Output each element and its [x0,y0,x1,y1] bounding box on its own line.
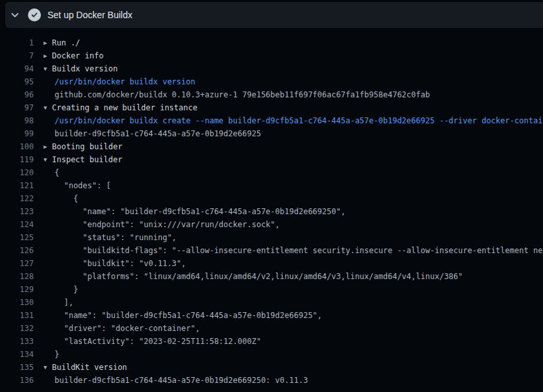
line-number[interactable]: 134 [0,348,34,361]
log-line[interactable]: 119 ▼ Inspect builder [0,153,543,166]
check-circle-icon [28,8,41,21]
log-text: github.com/docker/buildx 0.10.3+azure-1 … [55,88,430,101]
line-number[interactable]: 132 [0,322,34,335]
log-line[interactable]: 97 ▼ Creating a new builder instance [0,101,543,114]
log-text: Docker info [52,49,103,62]
line-number[interactable]: 95 [0,75,34,88]
log-line: 132 "driver": "docker-container", [0,322,543,335]
log-line: 121 "nodes": [ [0,179,543,192]
log-text: "buildkitd-flags": "--allow-insecure-ent… [55,244,543,257]
line-number[interactable]: 94 [0,62,34,75]
line-number[interactable]: 126 [0,244,34,257]
line-number[interactable]: 124 [0,218,34,231]
log-line: 122 { [0,192,543,205]
group-arrow-icon: ▼ [44,101,52,114]
line-number[interactable]: 135 [0,361,34,374]
log-text: "lastActivity": "2023-02-25T11:58:12.000… [55,335,261,348]
log-text: "platforms": "linux/amd64,linux/amd64/v2… [55,270,463,283]
log-text: ], [55,296,73,309]
line-number[interactable]: 99 [0,127,34,140]
log-line[interactable]: 135 ▼ BuildKit version [0,361,543,374]
log-text: { [55,192,78,205]
line-number[interactable]: 98 [0,114,34,127]
log-line: 126 "buildkitd-flags": "--allow-insecure… [0,244,543,257]
line-number[interactable]: 129 [0,283,34,296]
log-line: 130 ], [0,296,543,309]
log-line: 131 "name": "builder-d9cfb5a1-c764-445a-… [0,309,543,322]
log-text: "nodes": [ [55,179,111,192]
log-line: 120 { [0,166,543,179]
log-line[interactable]: 1 ▶ Run ./ [0,36,543,49]
line-number[interactable]: 1 [0,36,34,49]
step-header[interactable]: Set up Docker Buildx [5,2,543,28]
log-text: "driver": "docker-container", [55,322,200,335]
group-arrow-icon: ▶ [44,36,52,49]
log-line: 99 builder-d9cfb5a1-c764-445a-a57e-0b19d… [0,127,543,140]
log-text: "name": "builder-d9cfb5a1-c764-445a-a57e… [55,205,346,218]
log-text: Buildx version [52,62,118,75]
log-text: "buildkit": "v0.11.3", [55,257,186,270]
log-text: /usr/bin/docker buildx version [55,75,196,88]
log-text: { [55,166,59,179]
log-text: } [55,348,59,361]
group-arrow-icon: ▶ [44,49,52,62]
log-text: "name": "builder-d9cfb5a1-c764-445a-a57e… [55,309,322,322]
log-text: builder-d9cfb5a1-c764-445a-a57e-0b19d2e6… [55,374,308,387]
line-number[interactable]: 133 [0,335,34,348]
log-text: "endpoint": "unix:///var/run/docker.sock… [55,218,280,231]
line-number[interactable]: 122 [0,192,34,205]
line-number[interactable]: 120 [0,166,34,179]
log-text: Inspect builder [52,153,122,166]
log-text: BuildKit version [52,361,127,374]
line-number[interactable]: 130 [0,296,34,309]
line-number[interactable]: 125 [0,231,34,244]
log-text: Creating a new builder instance [52,101,197,114]
log-line: 124 "endpoint": "unix:///var/run/docker.… [0,218,543,231]
log-line[interactable]: 7 ▶ Docker info [0,49,543,62]
log-text: Booting builder [52,140,122,153]
line-number[interactable]: 100 [0,140,34,153]
chevron-down-icon[interactable] [10,10,20,20]
log-text: builder-d9cfb5a1-c764-445a-a57e-0b19d2e6… [55,127,261,140]
log-text: /usr/bin/docker buildx create --name bui… [55,114,543,127]
log-line: 96 github.com/docker/buildx 0.10.3+azure… [0,88,543,101]
log-line[interactable]: 94 ▼ Buildx version [0,62,543,75]
line-number[interactable]: 136 [0,374,34,387]
line-number[interactable]: 121 [0,179,34,192]
log-line: 136 builder-d9cfb5a1-c764-445a-a57e-0b19… [0,374,543,387]
log-line: 134 } [0,348,543,361]
log-line: 128 "platforms": "linux/amd64,linux/amd6… [0,270,543,283]
step-title: Set up Docker Buildx [47,10,133,20]
log-line: 98 /usr/bin/docker buildx create --name … [0,114,543,127]
group-arrow-icon: ▶ [44,140,52,153]
log-viewer: Set up Docker Buildx 1 ▶ Run ./ 7 ▶ Dock… [0,0,543,392]
line-number[interactable]: 119 [0,153,34,166]
line-number[interactable]: 96 [0,88,34,101]
group-arrow-icon: ▼ [44,153,52,166]
log-line[interactable]: 100 ▶ Booting builder [0,140,543,153]
log-line: 123 "name": "builder-d9cfb5a1-c764-445a-… [0,205,543,218]
line-number[interactable]: 7 [0,49,34,62]
log-text: } [55,283,78,296]
line-number[interactable]: 128 [0,270,34,283]
line-number[interactable]: 131 [0,309,34,322]
line-number[interactable]: 123 [0,205,34,218]
log-line: 127 "buildkit": "v0.11.3", [0,257,543,270]
log-line: 125 "status": "running", [0,231,543,244]
line-number[interactable]: 127 [0,257,34,270]
log-text: "status": "running", [55,231,177,244]
log-line: 129 } [0,283,543,296]
log-line: 133 "lastActivity": "2023-02-25T11:58:12… [0,335,543,348]
log-text: Run ./ [52,36,80,49]
log-line: 95 /usr/bin/docker buildx version [0,75,543,88]
group-arrow-icon: ▼ [44,361,52,374]
log-lines: 1 ▶ Run ./ 7 ▶ Docker info 94 ▼ Buildx v… [0,28,543,387]
group-arrow-icon: ▼ [44,62,52,75]
line-number[interactable]: 97 [0,101,34,114]
